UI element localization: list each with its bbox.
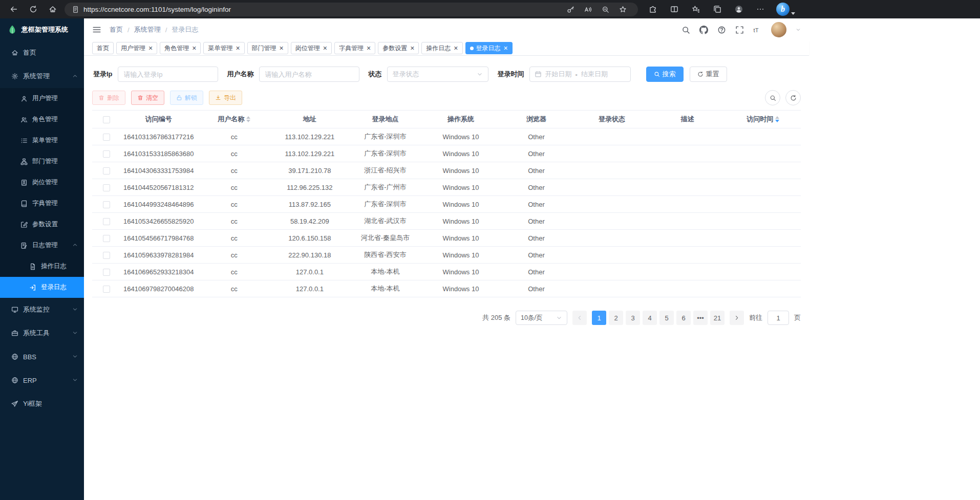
split-screen-button[interactable] (666, 2, 683, 17)
sidebar-item-system-monitor[interactable]: 系统监控 (0, 298, 84, 321)
close-icon[interactable]: × (192, 45, 196, 52)
close-icon[interactable]: × (323, 45, 327, 52)
tab-menu-mgmt[interactable]: 菜单管理× (203, 42, 244, 54)
tab-operation-log[interactable]: 操作日志× (421, 42, 462, 54)
avatar-caret-icon[interactable] (796, 27, 801, 32)
status-select[interactable]: 登录状态 (387, 67, 488, 82)
table-row-3[interactable]: 1641044520567181312cc112.96.225.132广东省-广… (92, 179, 801, 196)
user-name-input[interactable] (259, 67, 359, 82)
sidebar-item-role-mgmt[interactable]: 角色管理 (0, 109, 84, 130)
clear-button[interactable]: 清空 (131, 91, 164, 105)
sidebar-item-param-settings[interactable]: 参数设置 (0, 214, 84, 235)
tab-user-mgmt[interactable]: 用户管理× (116, 42, 157, 54)
pager-page-5[interactable]: 5 (659, 311, 674, 325)
breadcrumb-item[interactable]: 系统管理 (134, 25, 161, 34)
pager-page-2[interactable]: 2 (609, 311, 623, 325)
table-row-9[interactable]: 1641069798270046208cc127.0.0.1本地-本机Windo… (92, 280, 801, 297)
close-icon[interactable]: × (504, 45, 508, 52)
tab-home[interactable]: 首页 (92, 42, 114, 54)
table-row-0[interactable]: 1641031367863177216cc113.102.129.221广东省-… (92, 128, 801, 145)
next-page-button[interactable] (730, 311, 744, 325)
column-header-1[interactable]: 用户名称 (197, 111, 272, 128)
extensions-button[interactable] (644, 2, 662, 17)
profile-button[interactable] (730, 2, 748, 17)
page-info-icon[interactable] (72, 6, 79, 13)
search-button[interactable] (681, 26, 690, 34)
github-button[interactable] (699, 26, 708, 34)
goto-page-input[interactable] (768, 311, 789, 325)
close-icon[interactable]: × (148, 45, 153, 52)
pager-ellipsis[interactable]: ••• (693, 311, 708, 325)
column-header-8[interactable]: 访问时间 (725, 111, 801, 128)
close-icon[interactable]: × (236, 45, 240, 52)
favorites-hub-button[interactable] (687, 2, 705, 17)
export-button[interactable]: 导出 (209, 91, 242, 105)
tab-role-mgmt[interactable]: 角色管理× (160, 42, 201, 54)
row-checkbox[interactable] (103, 150, 110, 158)
pager-page-21[interactable]: 21 (710, 311, 725, 325)
row-checkbox[interactable] (103, 167, 110, 175)
delete-button[interactable]: 删除 (92, 91, 125, 105)
sidebar-item-home[interactable]: 首页 (0, 41, 84, 64)
row-checkbox[interactable] (103, 252, 110, 259)
sidebar-item-login-log[interactable]: 登录日志 (0, 277, 84, 298)
collections-button[interactable] (709, 2, 726, 17)
zoom-out-button[interactable] (597, 2, 613, 17)
back-button[interactable] (5, 2, 23, 17)
close-icon[interactable]: × (367, 45, 371, 52)
sidebar-item-log-mgmt[interactable]: 日志管理 (0, 235, 84, 256)
table-row-5[interactable]: 1641053426655825920cc58.19.42.209湖北省-武汉市… (92, 213, 801, 230)
close-icon[interactable]: × (410, 45, 414, 52)
close-icon[interactable]: × (454, 45, 458, 52)
bing-chat-button[interactable]: b (776, 3, 795, 16)
tab-login-log[interactable]: 登录日志× (465, 42, 513, 54)
address-bar[interactable]: https://ccnetcore.com:1101/system/log/lo… (65, 3, 638, 16)
row-checkbox[interactable] (103, 201, 110, 208)
pager-page-6[interactable]: 6 (676, 311, 691, 325)
home-button[interactable] (44, 2, 61, 17)
app-logo[interactable]: 意框架管理系统 (0, 18, 84, 41)
sidebar-item-user-mgmt[interactable]: 用户管理 (0, 88, 84, 109)
prev-page-button[interactable] (572, 311, 587, 325)
tab-dict-mgmt[interactable]: 字典管理× (334, 42, 375, 54)
table-row-2[interactable]: 1641043063331753984cc39.171.210.78浙江省-绍兴… (92, 162, 801, 179)
table-row-6[interactable]: 1641054566717984768cc120.6.150.158河北省-秦皇… (92, 230, 801, 247)
font-size-button[interactable]: tT (753, 26, 762, 34)
toggle-search-button[interactable] (765, 90, 780, 105)
sidebar-item-system-tools[interactable]: 系统工具 (0, 321, 84, 345)
sidebar-item-operation-log[interactable]: 操作日志 (0, 256, 84, 277)
table-row-8[interactable]: 1641069652933218304cc127.0.0.1本地-本机Windo… (92, 264, 801, 280)
unlock-button[interactable]: 解锁 (170, 91, 203, 105)
more-button[interactable] (752, 2, 769, 17)
refresh-table-button[interactable] (785, 90, 801, 105)
search-button[interactable]: 搜索 (646, 67, 684, 82)
row-checkbox[interactable] (103, 184, 110, 191)
sidebar-item-yi-framework[interactable]: Yi框架 (0, 392, 84, 416)
refresh-button[interactable] (25, 2, 42, 17)
favorites-add-button[interactable] (614, 2, 631, 17)
row-checkbox[interactable] (103, 218, 110, 225)
row-checkbox[interactable] (103, 269, 110, 276)
sidebar-item-erp[interactable]: ERP (0, 368, 84, 392)
pager-page-3[interactable]: 3 (626, 311, 640, 325)
help-button[interactable] (717, 26, 726, 34)
pager-page-1[interactable]: 1 (592, 311, 606, 325)
sidebar-item-post-mgmt[interactable]: 岗位管理 (0, 172, 84, 193)
close-icon[interactable]: × (280, 45, 284, 52)
page-size-select[interactable]: 10条/页 (516, 311, 567, 325)
sidebar-item-bbs[interactable]: BBS (0, 345, 84, 368)
reset-button[interactable]: 重置 (690, 67, 727, 82)
breadcrumb-item[interactable]: 首页 (110, 25, 123, 34)
sidebar-item-menu-mgmt[interactable]: 菜单管理 (0, 130, 84, 151)
row-checkbox[interactable] (103, 286, 110, 293)
tab-dept-mgmt[interactable]: 部门管理× (247, 42, 288, 54)
row-checkbox[interactable] (103, 134, 110, 141)
table-row-4[interactable]: 1641044993248464896cc113.87.92.165广东省-深圳… (92, 196, 801, 213)
sidebar-item-dept-mgmt[interactable]: 部门管理 (0, 151, 84, 172)
user-avatar[interactable] (771, 22, 786, 37)
read-aloud-button[interactable] (580, 2, 596, 17)
sidebar-toggle-button[interactable] (92, 25, 101, 34)
fullscreen-button[interactable] (735, 26, 744, 34)
login-time-range-picker[interactable]: 开始日期 - 结束日期 (529, 67, 631, 82)
tab-param-settings[interactable]: 参数设置× (378, 42, 419, 54)
